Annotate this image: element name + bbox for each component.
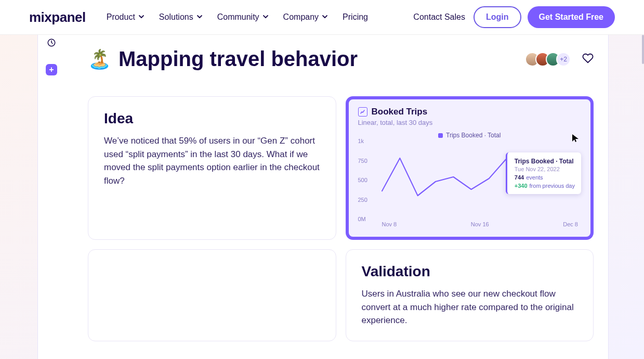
- tooltip-series: Trips Booked · Total: [515, 158, 575, 165]
- nav-product[interactable]: Product: [107, 12, 144, 22]
- y-tick: 500: [358, 177, 367, 183]
- get-started-button[interactable]: Get Started Free: [528, 6, 615, 28]
- validation-body: Users in Australia who see our new check…: [362, 287, 578, 327]
- add-block-button[interactable]: +: [46, 64, 57, 75]
- line-chart-icon: [358, 107, 367, 117]
- y-tick: 1k: [358, 138, 364, 144]
- x-tick: Nov 8: [382, 221, 397, 227]
- chart-title: Booked Trips: [372, 107, 428, 117]
- contact-sales-link[interactable]: Contact Sales: [413, 12, 465, 22]
- chart-legend: Trips Booked · Total: [358, 132, 582, 139]
- tooltip-delta: +340: [515, 183, 528, 189]
- login-button[interactable]: Login: [474, 6, 521, 28]
- page-title: Mapping travel behavior: [119, 47, 358, 71]
- chart-subtitle: Linear, total, last 30 days: [358, 119, 582, 126]
- nav-product-label: Product: [107, 12, 135, 22]
- content-grid: Idea We’ve noticed that 59% of users in …: [88, 96, 594, 341]
- chevron-down-icon: [196, 12, 203, 22]
- idea-card[interactable]: Idea We’ve noticed that 59% of users in …: [88, 96, 336, 240]
- scrollbar-thumb[interactable]: [642, 35, 644, 64]
- y-tick: 250: [358, 197, 367, 203]
- nav-community-label: Community: [217, 12, 259, 22]
- idea-heading: Idea: [104, 110, 320, 127]
- brand-logo[interactable]: mixpanel: [29, 9, 86, 25]
- validation-heading: Validation: [362, 263, 578, 280]
- chart-tooltip: Trips Booked · Total Tue Nov 22, 2022 74…: [506, 152, 581, 194]
- y-tick: 0M: [358, 216, 366, 222]
- tooltip-value: 744: [515, 174, 524, 181]
- nav-company[interactable]: Company: [283, 12, 328, 22]
- avatar-more[interactable]: +2: [556, 52, 571, 67]
- legend-label: Trips Booked · Total: [446, 132, 501, 139]
- chevron-down-icon: [138, 12, 144, 22]
- favorite-icon[interactable]: [582, 53, 594, 66]
- nav-solutions-label: Solutions: [159, 12, 193, 22]
- clock-icon[interactable]: [47, 38, 56, 49]
- nav-solutions[interactable]: Solutions: [159, 12, 203, 22]
- nav-company-label: Company: [283, 12, 319, 22]
- x-tick: Dec 8: [563, 221, 578, 227]
- legend-swatch-icon: [438, 133, 443, 138]
- chevron-down-icon: [262, 12, 269, 22]
- tooltip-delta-label: from previous day: [530, 183, 575, 189]
- tooltip-date: Tue Nov 22, 2022: [515, 166, 575, 172]
- x-axis: Nov 8 Nov 16 Dec 8: [382, 221, 579, 227]
- nav-pricing[interactable]: Pricing: [343, 12, 368, 22]
- cursor-icon: [572, 134, 579, 145]
- empty-card[interactable]: [88, 249, 336, 341]
- side-toolbar: +: [44, 38, 59, 75]
- page-header: 🏝️ Mapping travel behavior +2: [88, 47, 594, 71]
- chevron-down-icon: [322, 12, 328, 22]
- nav-community[interactable]: Community: [217, 12, 269, 22]
- idea-body: We’ve noticed that 59% of users in our “…: [104, 134, 320, 187]
- x-tick: Nov 16: [471, 221, 489, 227]
- y-tick: 750: [358, 158, 367, 164]
- top-nav: mixpanel Product Solutions Community Com…: [0, 0, 644, 35]
- nav-links: Product Solutions Community Company Pric…: [107, 12, 368, 22]
- nav-pricing-label: Pricing: [343, 12, 368, 22]
- content-panel: + 🏝️ Mapping travel behavior +2 Idea We’…: [37, 35, 609, 359]
- tooltip-unit: events: [526, 174, 543, 181]
- chart-card[interactable]: Booked Trips Linear, total, last 30 days…: [346, 96, 594, 240]
- validation-card[interactable]: Validation Users in Australia who see ou…: [346, 249, 594, 341]
- collaborator-avatars[interactable]: +2: [529, 52, 571, 67]
- page-emoji: 🏝️: [88, 48, 111, 70]
